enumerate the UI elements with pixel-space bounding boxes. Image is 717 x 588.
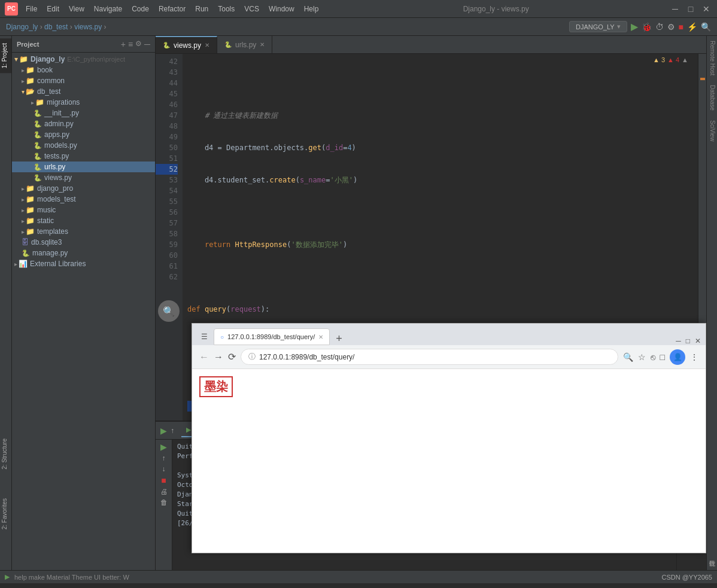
browser-tab-close-icon[interactable]: ✕	[318, 334, 323, 340]
tree-item-db[interactable]: 🗄 db.sqlite3	[12, 237, 155, 248]
browser-share-icon[interactable]: ⎋	[651, 352, 655, 362]
tree-item-music[interactable]: ▸ 📁 music	[12, 205, 155, 215]
search-button[interactable]: 🔍	[701, 22, 711, 32]
tree-item-apps[interactable]: 🐍 apps.py	[12, 129, 155, 140]
menu-refactor[interactable]: Refactor	[154, 3, 190, 15]
tree-item-django-pro[interactable]: ▸ 📁 django_pro	[12, 183, 155, 194]
tree-item-migrations[interactable]: ▸ 📁 migrations	[12, 97, 155, 108]
tree-root-path: E:\C_python\project	[67, 56, 125, 63]
tree-item-views[interactable]: 🐍 views.py	[12, 172, 155, 183]
menu-bar: File Edit View Navigate Code Refactor Ru…	[22, 3, 323, 15]
tree-item-models[interactable]: 🐍 models.py	[12, 140, 155, 151]
browser-tab-active[interactable]: ○ 127.0.0.1:8989/db_test/query/ ✕	[214, 328, 330, 345]
menu-code[interactable]: Code	[127, 3, 153, 15]
maximize-button[interactable]: □	[685, 3, 697, 15]
remote-host-label[interactable]: Remote Host	[707, 36, 717, 80]
run-side-print[interactable]: 🖨	[160, 488, 168, 496]
sidebar-header-icons: + ≡ ⚙ ─	[121, 39, 150, 49]
run-side-up[interactable]: ↑	[162, 454, 166, 462]
minimize-button[interactable]: ─	[669, 3, 681, 15]
menu-help[interactable]: Help	[300, 3, 323, 15]
collapse-warnings-icon[interactable]: ▲	[682, 56, 688, 63]
folder-icon: 📁	[26, 66, 35, 74]
tree-item-static[interactable]: ▸ 📁 static	[12, 215, 155, 226]
run-config-selector[interactable]: DJANGO_LY ▾	[569, 21, 627, 32]
gear-icon[interactable]: ⚙	[135, 39, 142, 49]
collapse-icon[interactable]: ≡	[128, 39, 133, 49]
tree-item-init[interactable]: 🐍 __init__.py	[12, 108, 155, 118]
tree-item-tests[interactable]: 🐍 tests.py	[12, 151, 155, 162]
app-logo: PC	[5, 2, 18, 16]
browser-close-icon[interactable]: ✕	[695, 337, 701, 345]
tree-item-urls[interactable]: 🐍 urls.py	[12, 162, 155, 172]
tree-item-common[interactable]: ▸ 📁 common	[12, 75, 155, 86]
status-run-indicator[interactable]: ▶	[5, 573, 10, 581]
browser-extension-icon[interactable]: □	[660, 352, 665, 362]
settings-button[interactable]: ⚙	[667, 22, 675, 32]
depend-label[interactable]: 反向依赖	[707, 560, 717, 570]
browser-maximize-icon[interactable]: □	[686, 337, 690, 345]
menu-view[interactable]: View	[65, 3, 89, 15]
stat-label[interactable]: 统计行数	[707, 551, 717, 560]
tree-item-root[interactable]: ▾ 📁 Django_ly E:\C_python\project	[12, 54, 155, 65]
new-file-icon[interactable]: +	[121, 39, 126, 49]
line-num-61: 61	[156, 261, 178, 272]
browser-back-button[interactable]: ←	[199, 352, 209, 362]
tree-item-models-test[interactable]: ▸ 📁 models_test	[12, 194, 155, 205]
build-button[interactable]: ⚡	[687, 22, 697, 32]
coverage-button[interactable]: ⏱	[655, 22, 664, 32]
menu-vcs[interactable]: VCS	[240, 3, 263, 15]
breadcrumb-folder[interactable]: db_test	[44, 23, 68, 31]
tab-views-py[interactable]: 🐍 views.py ✕	[156, 36, 217, 53]
stop-button[interactable]: ■	[679, 22, 683, 32]
tree-item-templates[interactable]: ▸ 📁 templates	[12, 226, 155, 237]
browser-zoom-icon[interactable]: 🔍	[623, 352, 633, 362]
run-side-play[interactable]: ▶	[160, 442, 167, 452]
magnifier-float-button[interactable]: 🔍	[158, 300, 180, 322]
run-icon[interactable]: ▶	[160, 426, 167, 435]
close-urls-tab[interactable]: ✕	[260, 41, 265, 48]
tree-item-common-name: common	[37, 77, 65, 85]
breadcrumb-file[interactable]: views.py	[74, 23, 102, 31]
browser-menu-icon[interactable]: ⋮	[690, 352, 698, 362]
tree-item-manage[interactable]: 🐍 manage.py	[12, 248, 155, 258]
folder-icon-dp: 📁	[26, 184, 35, 193]
tree-item-db-test[interactable]: ▾ 📂 db_test	[12, 86, 155, 97]
vtab-project[interactable]: 1: Project	[0, 38, 11, 73]
menu-navigate[interactable]: Navigate	[90, 3, 126, 15]
restart-icon[interactable]: ↑	[171, 426, 174, 435]
browser-profile-icon[interactable]: 👤	[670, 349, 685, 365]
sciview-label[interactable]: SciView	[707, 115, 717, 146]
vtab-structure[interactable]: 2: Structure	[0, 434, 11, 474]
browser-new-tab-icon[interactable]: +	[332, 333, 346, 345]
run-side-clear[interactable]: 🗑	[160, 498, 168, 507]
tree-item-ext-libs[interactable]: ▸ 📊 External Libraries	[12, 258, 155, 269]
debug-button[interactable]: 🐞	[642, 22, 652, 32]
browser-star-icon[interactable]: ☆	[638, 352, 646, 362]
line-num-48: 48	[156, 121, 178, 132]
tree-item-book[interactable]: ▸ 📁 book	[12, 65, 155, 75]
menu-run[interactable]: Run	[191, 3, 212, 15]
menu-tools[interactable]: Tools	[214, 3, 239, 15]
breadcrumb-project[interactable]: Django_ly	[6, 23, 38, 31]
line-num-55: 55	[156, 196, 178, 207]
menu-window[interactable]: Window	[265, 3, 299, 15]
menu-file[interactable]: File	[22, 3, 41, 15]
browser-back-arrow-icon[interactable]: ☰	[197, 328, 211, 345]
menu-edit[interactable]: Edit	[42, 3, 63, 15]
tab-urls-py[interactable]: 🐍 urls.py ✕	[217, 36, 272, 53]
close-button[interactable]: ✕	[700, 3, 712, 15]
run-side-stop[interactable]: ■	[161, 476, 166, 485]
run-side-down[interactable]: ↓	[162, 465, 166, 473]
browser-forward-button[interactable]: →	[214, 352, 223, 362]
browser-minimize-icon[interactable]: ─	[676, 337, 681, 345]
tree-item-templates-name: templates	[37, 227, 68, 236]
browser-url-field[interactable]: ⓘ 127.0.0.1:8989/db_test/query/	[241, 349, 618, 365]
tree-item-admin[interactable]: 🐍 admin.py	[12, 118, 155, 129]
close-views-tab[interactable]: ✕	[205, 42, 209, 48]
browser-reload-button[interactable]: ⟳	[228, 351, 236, 362]
run-button[interactable]: ▶	[631, 21, 638, 32]
vtab-favorites[interactable]: 2: Favorites	[0, 493, 11, 534]
close-panel-icon[interactable]: ─	[144, 39, 150, 49]
database-label[interactable]: Database	[707, 80, 717, 115]
